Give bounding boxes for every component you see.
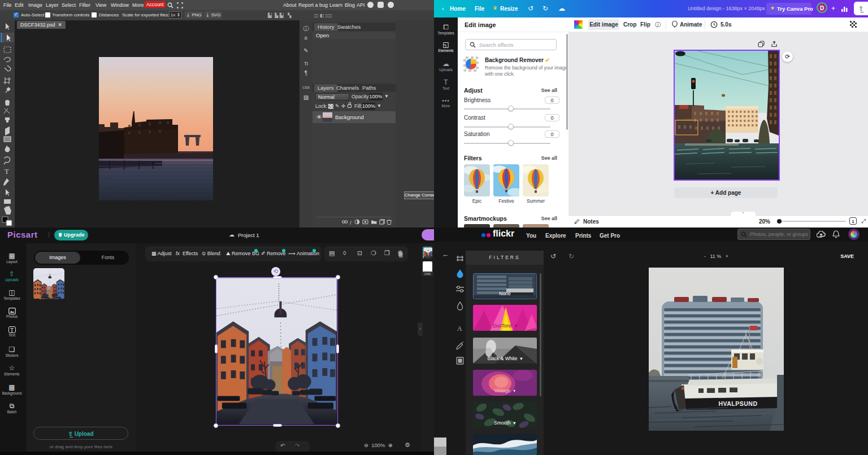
svg-text:f: f	[350, 220, 352, 225]
svg-text:T: T	[5, 167, 9, 176]
svg-text:HVALPSUND: HVALPSUND	[718, 400, 757, 407]
svg-text:A: A	[457, 325, 462, 333]
